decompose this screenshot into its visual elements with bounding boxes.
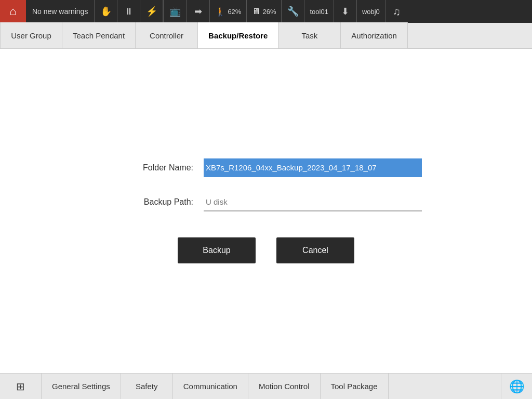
stream-icon-button[interactable]: 📺	[164, 0, 187, 23]
pause-icon: ⏸	[124, 6, 134, 17]
backup-button[interactable]: Backup	[178, 237, 256, 263]
flash-icon: ⚡	[146, 6, 157, 17]
tab-teach-pendant[interactable]: Teach Pendant	[62, 22, 136, 48]
backup-path-input[interactable]	[204, 193, 422, 211]
wobj-icon-button[interactable]: ⬇	[334, 0, 357, 23]
monitor-icon: 🖥	[252, 7, 260, 16]
tabbar: User Group Teach Pendant Controller Back…	[0, 23, 532, 49]
arrow-icon-button[interactable]: ➡	[187, 0, 209, 23]
topbar: ⌂ No new warnings ✋ ⏸ ⚡ 📺 ➡ 🚶 62% 🖥 26% …	[0, 0, 532, 23]
tab-backup-restore[interactable]: Backup/Restore	[198, 22, 278, 48]
bottom-nav-general-settings[interactable]: General Settings	[42, 374, 121, 400]
hand-icon-button[interactable]: ✋	[95, 0, 117, 23]
pause-icon-button[interactable]: ⏸	[117, 0, 140, 23]
stream-icon: 📺	[169, 6, 181, 17]
music-button[interactable]: ♫	[385, 0, 408, 23]
home-button[interactable]: ⌂	[0, 0, 26, 23]
bottom-nav-safety[interactable]: Safety	[121, 374, 173, 400]
bottombar: ⊞ General Settings Safety Communication …	[0, 373, 532, 399]
warnings-text: No new warnings	[32, 7, 88, 16]
tab-user-group[interactable]: User Group	[0, 22, 62, 48]
folder-name-label: Folder Name:	[110, 163, 204, 172]
hand-icon: ✋	[100, 6, 112, 17]
tab-task[interactable]: Task	[278, 22, 341, 48]
tools-icon: 🔧	[287, 6, 299, 17]
warnings-area: No new warnings	[26, 0, 95, 23]
backup-path-label: Backup Path:	[110, 197, 204, 207]
button-row: Backup Cancel	[178, 237, 354, 263]
flash-icon-button[interactable]: ⚡	[140, 0, 163, 23]
bottom-nav-communication[interactable]: Communication	[173, 374, 248, 400]
main-content: Folder Name: Backup Path: Backup Cancel	[0, 49, 532, 373]
globe-icon: 🌐	[509, 379, 525, 394]
folder-name-input[interactable]	[204, 158, 422, 177]
bottom-nav-motion-control[interactable]: Motion Control	[248, 374, 321, 400]
person-stat-value: 62%	[228, 8, 241, 16]
home-icon: ⌂	[9, 5, 16, 18]
arrow-icon: ➡	[194, 6, 202, 17]
person-stat[interactable]: 🚶 62%	[210, 0, 247, 23]
tool-label-area: tool01	[304, 0, 334, 23]
cancel-button[interactable]: Cancel	[276, 237, 354, 263]
bottom-nav-tool-package[interactable]: Tool Package	[321, 374, 389, 400]
bottom-menu-button[interactable]: ⊞	[0, 374, 42, 400]
person-icon: 🚶	[215, 7, 225, 17]
music-icon: ♫	[393, 6, 401, 18]
tool-label: tool01	[310, 8, 328, 16]
wobj-label-area: wobj0	[357, 0, 385, 23]
tools-icon-button[interactable]: 🔧	[282, 0, 304, 23]
globe-button[interactable]: 🌐	[501, 374, 532, 400]
wobj-label: wobj0	[362, 8, 380, 16]
monitor-stat-value: 26%	[262, 8, 276, 16]
backup-path-row: Backup Path:	[110, 193, 422, 211]
grid-icon: ⊞	[16, 380, 25, 393]
folder-name-row: Folder Name:	[110, 158, 422, 177]
tab-authorization[interactable]: Authorization	[341, 22, 408, 48]
wobj-icon: ⬇	[341, 6, 349, 17]
tab-controller[interactable]: Controller	[136, 22, 198, 48]
monitor-stat[interactable]: 🖥 26%	[247, 0, 282, 23]
backup-form: Folder Name: Backup Path:	[110, 158, 422, 211]
